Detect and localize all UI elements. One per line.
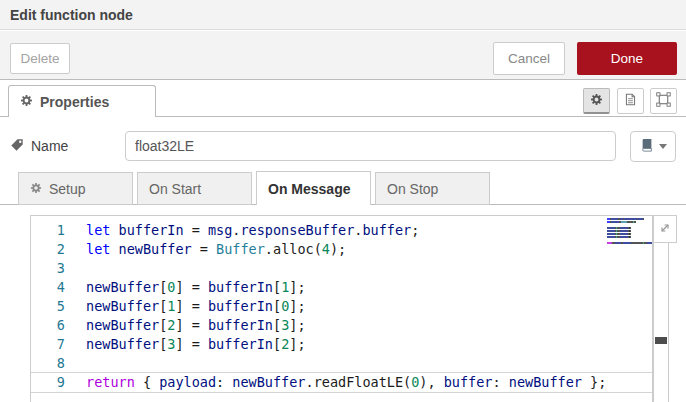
editor-minimap[interactable] xyxy=(607,218,652,245)
code-text: newBuffer[3] = bufferIn[2]; xyxy=(65,335,306,354)
code-line[interactable]: 1let bufferIn = msg.responseBuffer.buffe… xyxy=(31,221,652,240)
tab-on-start[interactable]: On Start xyxy=(137,172,252,205)
appearance-view-button[interactable] xyxy=(650,88,677,114)
properties-tab-label: Properties xyxy=(40,94,109,110)
line-number: 6 xyxy=(31,316,65,335)
tab-label: Setup xyxy=(49,181,86,197)
line-number: 7 xyxy=(31,335,65,354)
name-input[interactable] xyxy=(125,131,616,161)
code-line[interactable]: 3 xyxy=(31,259,652,278)
tag-icon xyxy=(10,138,24,155)
code-text: newBuffer[1] = bufferIn[0]; xyxy=(65,297,306,316)
delete-button[interactable]: Delete xyxy=(10,43,70,74)
code-text: let newBuffer = Buffer.alloc(4); xyxy=(65,240,346,259)
book-icon xyxy=(640,138,654,156)
dialog-button-row: Delete Cancel Done xyxy=(0,31,686,80)
tab-properties[interactable]: Properties xyxy=(8,85,156,117)
scrollbar-thumb[interactable] xyxy=(655,337,667,344)
expand-icon xyxy=(659,220,671,238)
code-line[interactable]: 6newBuffer[2] = bufferIn[3]; xyxy=(31,316,652,335)
line-number: 2 xyxy=(31,240,65,259)
tab-on-message[interactable]: On Message xyxy=(256,171,371,205)
dialog-title: Edit function node xyxy=(0,0,686,30)
tab-setup[interactable]: Setup xyxy=(18,172,133,205)
done-button[interactable]: Done xyxy=(577,42,677,75)
document-icon xyxy=(624,92,637,111)
line-number: 3 xyxy=(31,259,65,278)
code-line[interactable]: 4newBuffer[0] = bufferIn[1]; xyxy=(31,278,652,297)
line-number: 9 xyxy=(31,373,65,392)
code-text: newBuffer[2] = bufferIn[3]; xyxy=(65,316,306,335)
line-number: 5 xyxy=(31,297,65,316)
description-view-button[interactable] xyxy=(617,88,644,114)
tab-label: On Stop xyxy=(387,181,438,197)
code-lines: 1let bufferIn = msg.responseBuffer.buffe… xyxy=(31,221,652,393)
name-field-label: Name xyxy=(10,131,68,161)
editor-scrollbar[interactable] xyxy=(653,243,669,402)
library-button[interactable] xyxy=(630,131,676,162)
code-line[interactable]: 5newBuffer[1] = bufferIn[0]; xyxy=(31,297,652,316)
gear-icon xyxy=(590,92,603,110)
gear-icon xyxy=(20,94,33,110)
code-line[interactable]: 7newBuffer[3] = bufferIn[2]; xyxy=(31,335,652,354)
line-number: 8 xyxy=(31,354,65,373)
code-line[interactable]: 8 xyxy=(31,354,652,373)
tab-label: On Message xyxy=(268,181,350,197)
code-editor[interactable]: 1let bufferIn = msg.responseBuffer.buffe… xyxy=(30,215,653,402)
code-text: newBuffer[0] = bufferIn[1]; xyxy=(65,278,306,297)
code-line[interactable]: 9return { payload: newBuffer.readFloatLE… xyxy=(31,372,652,393)
cancel-button[interactable]: Cancel xyxy=(493,42,565,75)
name-label-text: Name xyxy=(31,138,68,154)
tab-on-stop[interactable]: On Stop xyxy=(375,172,490,205)
code-text: let bufferIn = msg.responseBuffer.buffer… xyxy=(65,221,419,240)
expand-editor-button[interactable] xyxy=(653,215,677,243)
appearance-icon xyxy=(656,92,671,111)
line-number: 4 xyxy=(31,278,65,297)
code-text xyxy=(65,259,86,278)
line-number: 1 xyxy=(31,221,65,240)
properties-view-button[interactable] xyxy=(583,88,610,114)
code-line[interactable]: 2let newBuffer = Buffer.alloc(4); xyxy=(31,240,652,259)
chevron-down-icon xyxy=(659,144,667,149)
code-text xyxy=(65,354,86,373)
code-text: return { payload: newBuffer.readFloatLE(… xyxy=(65,373,606,392)
tab-label: On Start xyxy=(149,181,201,197)
gear-icon xyxy=(30,181,42,197)
